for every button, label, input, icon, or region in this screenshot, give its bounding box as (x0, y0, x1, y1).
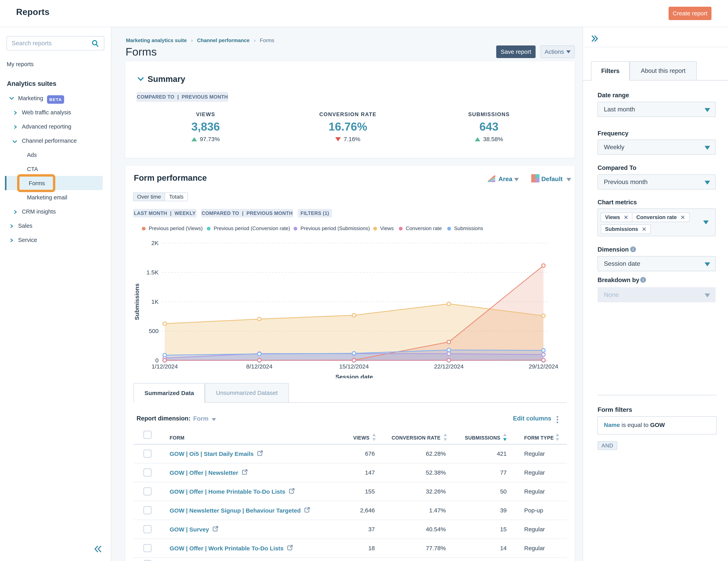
svg-text:1/12/2024: 1/12/2024 (152, 363, 178, 370)
svg-text:1.5K: 1.5K (146, 269, 159, 275)
svg-text:Submissions: Submissions (134, 284, 140, 320)
svg-text:500: 500 (149, 328, 159, 334)
svg-text:1K: 1K (151, 299, 159, 305)
svg-text:8/12/2024: 8/12/2024 (246, 363, 272, 370)
svg-text:22/12/2024: 22/12/2024 (434, 363, 464, 370)
svg-text:0: 0 (155, 357, 159, 364)
svg-text:15/12/2024: 15/12/2024 (339, 363, 369, 370)
svg-text:Session date: Session date (335, 374, 373, 378)
svg-text:29/12/2024: 29/12/2024 (529, 363, 558, 370)
svg-text:2K: 2K (151, 240, 159, 246)
